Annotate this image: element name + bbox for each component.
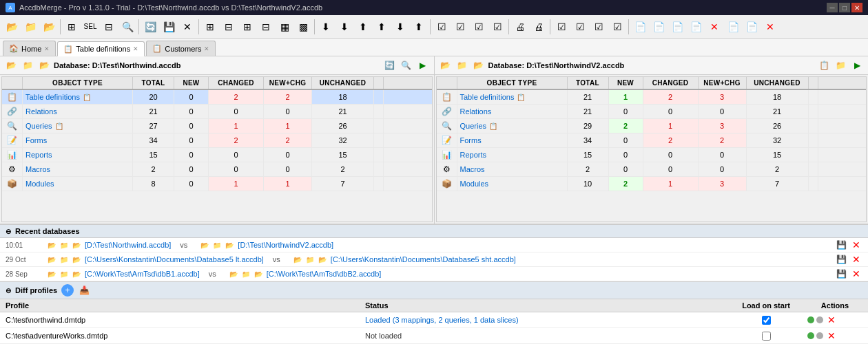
tab-home[interactable]: 🏠 Home ✕ [3, 41, 56, 56]
arrow-dn3-btn[interactable]: ⬇ [391, 18, 409, 36]
grid2-btn[interactable]: ⊞ [201, 18, 219, 36]
search-btn[interactable]: 🔍 [118, 18, 136, 36]
object-name-link[interactable]: Table definitions [25, 93, 80, 101]
grid4-btn[interactable]: ⊞ [238, 18, 256, 36]
action-gray-dot[interactable] [816, 316, 823, 323]
tab-home-close[interactable]: ✕ [44, 45, 50, 52]
recent-save-btn[interactable]: 💾 [835, 254, 847, 265]
grid3-btn[interactable]: ⊟ [220, 18, 238, 36]
right-folder3-btn[interactable]: 📁 [834, 58, 847, 72]
table-row[interactable]: 📋 Table definitions 📋 21 1 2 3 18 [437, 90, 867, 105]
arrow-up2-btn[interactable]: ⬆ [373, 18, 391, 36]
recent-left-path[interactable]: [C:\Users\Konstantin\Documents\Database5… [85, 255, 264, 264]
left-open-btn[interactable]: 📂 [4, 58, 18, 72]
check6-btn[interactable]: ☑ [571, 18, 589, 36]
recent-left-open[interactable]: 📂 [46, 254, 57, 265]
recent-delete-btn[interactable]: ✕ [850, 239, 862, 250]
arrow-dn2-btn[interactable]: ⬇ [335, 18, 353, 36]
recent-right-open[interactable]: 📂 [292, 254, 303, 265]
doc4-btn[interactable]: 📄 [687, 18, 705, 36]
minimize-button[interactable]: ─ [827, 3, 838, 12]
right-folder-btn[interactable]: 📁 [455, 58, 469, 72]
table-row[interactable]: ⚙ Macros 2 0 0 0 2 [437, 162, 867, 177]
tab-table-def-close[interactable]: ✕ [133, 45, 138, 52]
select-btn[interactable]: SEL [81, 18, 99, 36]
grid7-btn[interactable]: ▩ [294, 18, 312, 36]
object-name-link[interactable]: Reports [25, 151, 52, 159]
table-row[interactable]: 📊 Reports 15 0 0 0 15 [437, 148, 867, 162]
table-row[interactable]: 📦 Modules 8 0 1 1 7 [2, 177, 432, 191]
object-name-link[interactable]: Forms [25, 136, 47, 144]
object-name-link[interactable]: Forms [460, 136, 482, 144]
grid5-btn[interactable]: ⊟ [257, 18, 275, 36]
window-controls[interactable]: ─ □ ✕ [827, 3, 862, 12]
close-button[interactable]: ✕ [851, 3, 862, 12]
recent-save-btn[interactable]: 💾 [835, 239, 847, 250]
table-row[interactable]: 🔗 Relations 21 0 0 0 21 [2, 105, 432, 119]
cancel-btn[interactable]: ✕ [178, 18, 196, 36]
left-folder-btn[interactable]: 📁 [21, 58, 34, 72]
recent-left-db[interactable]: 📂 [71, 239, 82, 250]
table-row[interactable]: 📝 Forms 34 0 2 2 32 [2, 133, 432, 148]
tab-customers-close[interactable]: ✕ [204, 45, 209, 52]
recent-right-db[interactable]: 📂 [224, 239, 235, 250]
refresh-btn[interactable]: 🔄 [141, 18, 159, 36]
left-refresh-btn[interactable]: 🔄 [383, 58, 397, 72]
arrow-up3-btn[interactable]: ⬆ [410, 18, 428, 36]
save-btn[interactable]: 💾 [160, 18, 178, 36]
check8-btn[interactable]: ☑ [608, 18, 626, 36]
maximize-button[interactable]: □ [839, 3, 850, 12]
table-row[interactable]: 📦 Modules 10 2 1 3 7 [437, 177, 867, 191]
object-name-link[interactable]: Relations [25, 107, 57, 116]
right-open-btn[interactable]: 📂 [439, 58, 453, 72]
recent-right-folder[interactable]: 📁 [304, 254, 316, 265]
recent-right-path[interactable]: [C:\Users\Konstantin\Documents\Database5… [331, 255, 516, 264]
object-name-link[interactable]: Queries [460, 122, 487, 130]
table-row[interactable]: 🔍 Queries 📋 27 0 1 1 26 [2, 119, 432, 133]
object-name-link[interactable]: Reports [460, 151, 487, 159]
load-on-start-checkbox[interactable] [762, 332, 771, 341]
object-name-link[interactable]: Modules [25, 180, 54, 188]
print2-btn[interactable]: 🖨 [530, 18, 548, 36]
table-row[interactable]: ⚙ Macros 2 0 0 0 2 [2, 162, 432, 177]
recent-left-open[interactable]: 📂 [46, 268, 57, 279]
check2-btn[interactable]: ☑ [451, 18, 469, 36]
open-folder2-btn[interactable]: 📁 [21, 18, 39, 36]
diff-delete-btn[interactable]: ✕ [825, 314, 838, 325]
right-arrow-btn[interactable]: ▶ [850, 58, 864, 72]
object-name-link[interactable]: Macros [460, 165, 485, 173]
check5-btn[interactable]: ☑ [552, 18, 570, 36]
xmark-btn[interactable]: ✕ [705, 18, 723, 36]
arrow-up1-btn[interactable]: ⬆ [354, 18, 372, 36]
xmark2-btn[interactable]: ✕ [761, 18, 779, 36]
doc3-btn[interactable]: 📄 [668, 18, 686, 36]
load-on-start-checkbox[interactable] [762, 316, 771, 325]
check3-btn[interactable]: ☑ [470, 18, 488, 36]
recent-left-db[interactable]: 📂 [71, 268, 82, 279]
right-folder2-btn[interactable]: 📂 [472, 58, 486, 72]
add-profile-btn[interactable]: + [61, 284, 74, 297]
grid6-btn[interactable]: ▦ [276, 18, 293, 36]
recent-right-open[interactable]: 📂 [228, 268, 239, 279]
open-folder-btn[interactable]: 📂 [3, 18, 21, 36]
right-copy-btn[interactable]: 📋 [817, 58, 831, 72]
tab-customers[interactable]: 📋 Customers ✕ [146, 41, 216, 56]
object-name-link[interactable]: Modules [460, 180, 489, 188]
recent-right-db[interactable]: 📂 [317, 254, 328, 265]
recent-right-open[interactable]: 📂 [199, 239, 210, 250]
recent-left-open[interactable]: 📂 [46, 239, 57, 250]
object-name-link[interactable]: Macros [25, 165, 50, 173]
recent-left-folder[interactable]: 📁 [59, 268, 70, 279]
recent-delete-btn[interactable]: ✕ [850, 254, 862, 265]
doc6-btn[interactable]: 📄 [743, 18, 761, 36]
recent-right-path[interactable]: [D:\Test\NorthwindV2.accdb] [238, 241, 333, 249]
recent-left-db[interactable]: 📂 [71, 254, 82, 265]
doc2-btn[interactable]: 📄 [650, 18, 668, 36]
object-name-link[interactable]: Table definitions [460, 93, 515, 101]
grid-btn[interactable]: ⊟ [100, 18, 118, 36]
table-row[interactable]: 📋 Table definitions 📋 20 0 2 2 18 [2, 90, 432, 105]
recent-right-folder[interactable]: 📁 [240, 268, 251, 279]
open-folder3-btn[interactable]: 📂 [40, 18, 58, 36]
recent-save-btn[interactable]: 💾 [835, 268, 847, 279]
table-btn[interactable]: ⊞ [63, 18, 81, 36]
